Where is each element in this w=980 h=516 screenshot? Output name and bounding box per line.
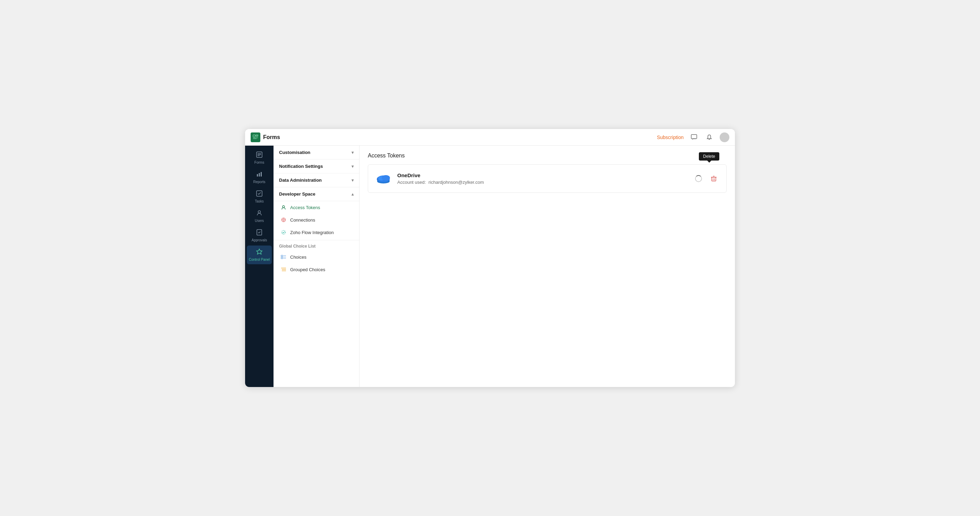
app-container: Forms Subscription (245, 129, 735, 387)
sidebar-item-users[interactable]: Users (247, 207, 272, 225)
svg-point-16 (283, 205, 285, 208)
token-card-onedrive: Delete OneDrive Ac (368, 164, 727, 193)
content-area: Access Tokens Delete (360, 146, 735, 387)
refresh-token-button[interactable] (693, 173, 704, 184)
notification-settings-label: Notification Settings (279, 164, 323, 169)
control-panel-nav-label: Control Panel (249, 258, 270, 261)
token-name: OneDrive (397, 172, 693, 178)
svg-rect-25 (281, 257, 283, 259)
users-nav-label: Users (255, 219, 264, 223)
grouped-choices-label: Grouped Choices (290, 267, 325, 272)
token-account: Account used: richardjohnson@zylker.com (397, 180, 693, 185)
sidebar-item-control-panel[interactable]: Control Panel (247, 245, 272, 264)
svg-point-14 (258, 211, 261, 213)
customisation-chevron: ▾ (352, 150, 353, 155)
access-tokens-icon (280, 204, 287, 210)
customisation-section-header[interactable]: Customisation ▾ (274, 146, 359, 159)
chat-icon-button[interactable] (689, 132, 699, 142)
sidebar-item-forms[interactable]: Forms (247, 148, 272, 167)
access-tokens-item[interactable]: Access Tokens (274, 201, 359, 213)
approvals-nav-label: Approvals (252, 238, 267, 242)
svg-rect-2 (256, 137, 258, 137)
top-bar: Forms Subscription (245, 129, 735, 146)
forms-icon (256, 151, 263, 159)
svg-rect-3 (253, 138, 258, 138)
forms-nav-label: Forms (255, 161, 264, 164)
tasks-nav-label: Tasks (255, 199, 264, 203)
approvals-icon (256, 229, 263, 237)
choices-label: Choices (290, 255, 307, 260)
grouped-choices-icon (280, 266, 287, 272)
account-email: richardjohnson@zylker.com (428, 180, 484, 185)
svg-point-37 (382, 175, 390, 181)
data-administration-section-header[interactable]: Data Administration ▾ (274, 174, 359, 187)
customisation-label: Customisation (279, 150, 310, 155)
main-layout: Forms Reports (245, 146, 735, 387)
connections-icon (280, 217, 287, 223)
token-info: OneDrive Account used: richardjohnson@zy… (397, 172, 693, 185)
developer-space-section-header[interactable]: Developer Space ▴ (274, 187, 359, 201)
onedrive-logo-icon (375, 170, 392, 187)
developer-space-label: Developer Space (279, 191, 315, 197)
subscription-link[interactable]: Subscription (657, 135, 684, 140)
notification-bell-button[interactable] (705, 132, 714, 142)
account-label: Account used: (397, 180, 426, 185)
svg-rect-1 (256, 135, 258, 136)
app-title: Forms (263, 134, 280, 140)
grouped-choices-item[interactable]: Grouped Choices (274, 263, 359, 276)
sidebar-item-reports[interactable]: Reports (247, 168, 272, 186)
svg-rect-10 (257, 174, 258, 177)
sidebar-item-approvals[interactable]: Approvals (247, 226, 272, 245)
svg-point-18 (283, 219, 284, 221)
developer-space-chevron: ▴ (352, 192, 353, 197)
sidebar-item-tasks[interactable]: Tasks (247, 187, 272, 206)
access-tokens-label: Access Tokens (290, 205, 320, 210)
zoho-flow-label: Zoho Flow Integration (290, 230, 334, 235)
svg-rect-4 (253, 139, 256, 139)
zoho-flow-icon (280, 229, 287, 236)
delete-token-button[interactable] (708, 173, 719, 184)
svg-rect-38 (712, 177, 716, 181)
svg-rect-0 (253, 135, 255, 137)
svg-point-23 (282, 231, 286, 234)
tasks-icon (256, 190, 263, 198)
top-bar-right: Subscription (657, 132, 729, 142)
connections-item[interactable]: Connections (274, 213, 359, 226)
notification-settings-chevron: ▾ (352, 164, 353, 169)
svg-rect-11 (259, 173, 260, 177)
top-bar-left: Forms (251, 132, 280, 142)
data-administration-label: Data Administration (279, 178, 322, 183)
zoho-flow-item[interactable]: Zoho Flow Integration (274, 226, 359, 239)
app-logo-icon (251, 132, 260, 142)
user-avatar[interactable] (720, 132, 729, 142)
left-nav: Forms Reports (245, 146, 274, 387)
svg-rect-5 (691, 135, 697, 139)
control-panel-icon (256, 248, 263, 256)
choices-item[interactable]: Choices (274, 251, 359, 263)
sidebar: Customisation ▾ Notification Settings ▾ … (274, 146, 360, 387)
data-administration-chevron: ▾ (352, 178, 353, 183)
global-choice-list-label: Global Choice List (274, 240, 359, 251)
notification-settings-section-header[interactable]: Notification Settings ▾ (274, 159, 359, 174)
connections-label: Connections (290, 217, 315, 223)
reports-icon (256, 170, 263, 178)
svg-rect-24 (281, 255, 283, 256)
spinner-icon (695, 175, 702, 182)
token-actions (693, 173, 719, 184)
users-icon (256, 209, 263, 217)
choices-icon (280, 254, 287, 260)
page-title: Access Tokens (368, 153, 727, 159)
delete-tooltip: Delete (699, 152, 719, 161)
svg-rect-12 (261, 172, 262, 177)
reports-nav-label: Reports (253, 180, 265, 184)
